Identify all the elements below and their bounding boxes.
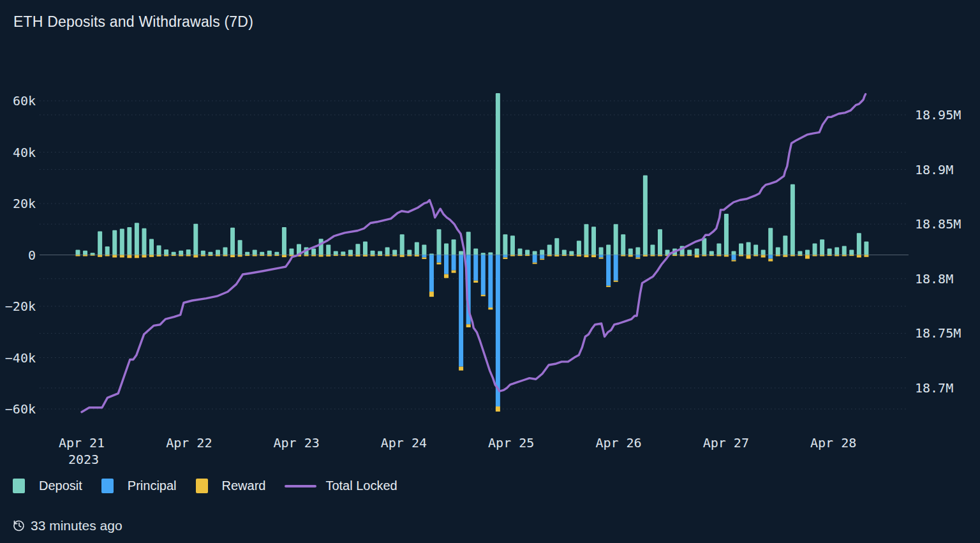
reward-bar bbox=[813, 255, 817, 257]
deposit-bar bbox=[643, 175, 648, 255]
deposit-bar bbox=[857, 233, 861, 255]
legend-label: Deposit bbox=[39, 479, 82, 493]
legend-label: Total Locked bbox=[325, 479, 397, 493]
principal-bar bbox=[422, 255, 426, 258]
deposit-bar bbox=[554, 238, 559, 255]
principal-bar bbox=[503, 255, 507, 258]
reward-bars[interactable] bbox=[75, 255, 868, 412]
reward-bar bbox=[186, 255, 191, 257]
reward-bar bbox=[820, 255, 824, 257]
reward-bar bbox=[569, 255, 574, 257]
legend-item-deposit[interactable]: Deposit bbox=[13, 479, 82, 493]
reward-bar bbox=[311, 255, 316, 257]
deposit-bar bbox=[547, 244, 552, 255]
principal-swatch-icon bbox=[101, 479, 114, 493]
svg-text:18.9M: 18.9M bbox=[915, 162, 953, 177]
deposit-bar bbox=[525, 249, 530, 255]
reward-bar bbox=[591, 255, 596, 258]
svg-text:20k: 20k bbox=[13, 196, 36, 211]
reward-bar bbox=[547, 255, 552, 257]
deposit-bar bbox=[282, 227, 286, 255]
principal-bar bbox=[496, 255, 500, 406]
deposit-bar bbox=[415, 242, 419, 255]
reward-bar bbox=[216, 255, 220, 257]
deposit-bar bbox=[179, 251, 183, 255]
reward-bar bbox=[253, 255, 257, 257]
deposit-bar bbox=[835, 247, 839, 255]
reward-bar bbox=[363, 255, 368, 257]
reward-bar bbox=[422, 258, 426, 259]
reward-bar bbox=[304, 255, 309, 257]
svg-text:Apr 25: Apr 25 bbox=[488, 435, 534, 450]
deposit-bar bbox=[695, 248, 699, 255]
deposit-bar bbox=[496, 93, 500, 255]
reward-bar bbox=[658, 255, 662, 257]
svg-text:Apr 26: Apr 26 bbox=[595, 435, 641, 450]
reward-bar bbox=[828, 255, 832, 257]
reward-bar bbox=[429, 292, 434, 297]
svg-text:Apr 24: Apr 24 bbox=[381, 435, 427, 450]
reward-bar bbox=[157, 255, 161, 257]
legend-label: Reward bbox=[222, 479, 266, 493]
deposit-bar bbox=[606, 244, 611, 255]
reward-bar bbox=[282, 255, 286, 258]
reward-bar bbox=[835, 255, 839, 257]
reward-bar bbox=[459, 367, 463, 371]
deposit-bar bbox=[702, 238, 706, 255]
principal-bar bbox=[599, 255, 604, 258]
reward-bar bbox=[127, 255, 131, 258]
reward-bar bbox=[223, 255, 228, 257]
reward-bar bbox=[731, 260, 736, 262]
deposit-bar bbox=[98, 231, 102, 255]
deposit-bar bbox=[584, 224, 588, 255]
deposit-bar bbox=[650, 244, 655, 255]
svg-text:18.8M: 18.8M bbox=[915, 271, 953, 286]
reward-bar bbox=[805, 255, 810, 259]
legend-item-total-locked[interactable]: Total Locked bbox=[285, 479, 397, 493]
reward-bar bbox=[761, 255, 766, 258]
deposit-bars[interactable] bbox=[75, 93, 868, 255]
reward-bar bbox=[584, 255, 588, 258]
deposit-bar bbox=[599, 247, 604, 255]
reward-bar bbox=[621, 255, 625, 257]
deposit-bar bbox=[687, 249, 692, 255]
deposit-bar bbox=[783, 235, 787, 255]
deposit-bar bbox=[91, 253, 95, 255]
chart-plot[interactable]: 60k40k20k0−20k−40k−60k18.95M18.9M18.85M1… bbox=[0, 0, 980, 543]
deposit-bar bbox=[842, 246, 847, 255]
deposit-bar bbox=[820, 239, 824, 255]
reward-bar bbox=[687, 255, 692, 257]
reward-bar bbox=[334, 255, 338, 257]
reward-bar bbox=[599, 258, 604, 259]
principal-bar bbox=[731, 255, 736, 260]
reward-bar bbox=[91, 255, 95, 256]
legend-item-principal[interactable]: Principal bbox=[101, 479, 177, 493]
last-updated-text: 33 minutes ago bbox=[31, 518, 122, 533]
deposit-bar bbox=[791, 184, 795, 255]
deposit-bar bbox=[444, 243, 449, 255]
deposit-bar bbox=[407, 249, 412, 255]
deposit-bar bbox=[230, 228, 235, 255]
reward-bar bbox=[172, 255, 176, 257]
deposit-bar bbox=[864, 242, 868, 255]
deposit-bar bbox=[245, 252, 249, 255]
deposit-bar bbox=[142, 228, 146, 255]
deposit-bar bbox=[768, 228, 773, 255]
deposit-bar bbox=[459, 251, 463, 255]
reward-bar bbox=[415, 255, 419, 257]
deposit-bar bbox=[466, 232, 471, 255]
reward-bar bbox=[842, 255, 847, 257]
legend-item-reward[interactable]: Reward bbox=[196, 479, 266, 493]
reward-bar bbox=[267, 255, 272, 257]
y-axis-left-labels: 60k40k20k0−20k−40k−60k bbox=[5, 93, 36, 417]
x-axis-year-label: 2023 bbox=[68, 452, 99, 467]
svg-text:18.7M: 18.7M bbox=[915, 380, 953, 396]
deposit-bar bbox=[562, 249, 567, 255]
deposit-bar bbox=[326, 244, 330, 255]
deposit-bar bbox=[341, 251, 345, 255]
svg-text:−60k: −60k bbox=[5, 401, 36, 417]
deposit-bar bbox=[135, 223, 139, 255]
reward-bar bbox=[791, 255, 795, 257]
reward-bar bbox=[783, 255, 787, 257]
reward-bar bbox=[260, 255, 264, 257]
